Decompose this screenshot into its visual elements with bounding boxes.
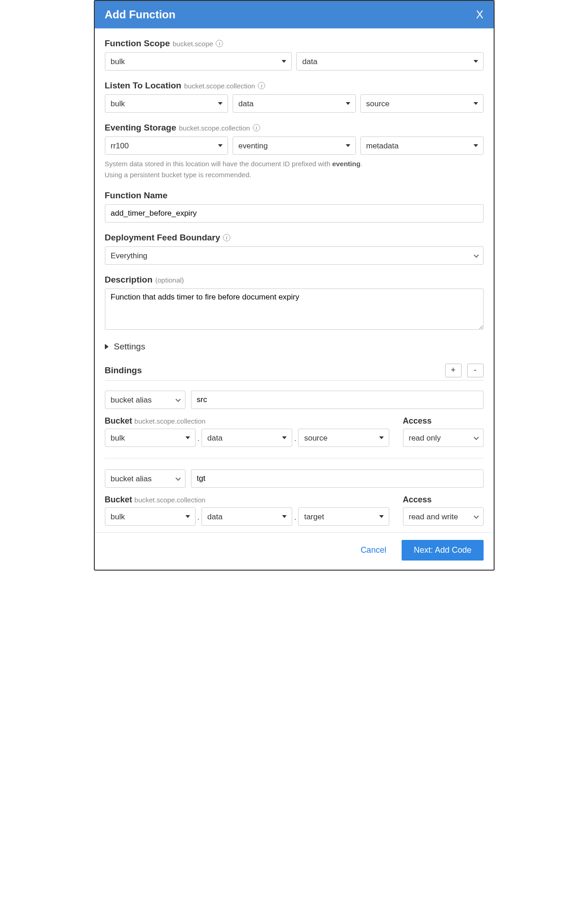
binding-type-select[interactable]: bucket alias [105, 469, 185, 488]
next-add-code-button[interactable]: Next: Add Code [402, 540, 483, 561]
dialog-footer: Cancel Next: Add Code [95, 532, 494, 570]
label-sub: bucket.scope.collection [135, 496, 206, 504]
remove-binding-button[interactable]: - [467, 364, 484, 377]
listen-location-group: Listen To Location bucket.scope.collecti… [105, 81, 484, 113]
info-icon[interactable]: i [216, 40, 223, 47]
dialog-header: Add Function X [95, 1, 494, 28]
binding-row: bucket alias Bucket bucket.scope.collect… [105, 391, 484, 447]
function-name-group: Function Name [105, 191, 484, 223]
binding-bucket-select[interactable]: bulk [105, 507, 196, 526]
binding-bucket-label: Bucket bucket.scope.collection [105, 416, 389, 426]
separator-dot: . [196, 434, 201, 447]
listen-scope-select[interactable]: data [233, 94, 356, 113]
description-label: Description (optional) [105, 275, 484, 285]
binding-scope-select[interactable]: data [201, 507, 292, 526]
caret-right-icon [105, 344, 109, 349]
info-icon[interactable]: i [253, 124, 260, 131]
function-name-label: Function Name [105, 191, 484, 201]
dialog-body: Function Scope bucket.scope i bulk data … [95, 28, 494, 526]
eventing-storage-label: Eventing Storage bucket.scope.collection… [105, 123, 484, 133]
label-sub: (optional) [155, 276, 184, 284]
label-text: Eventing Storage [105, 123, 176, 133]
cancel-button[interactable]: Cancel [358, 545, 389, 555]
scope-scope-select[interactable]: data [296, 52, 484, 71]
binding-type-select[interactable]: bucket alias [105, 391, 185, 409]
deployment-boundary-group: Deployment Feed Boundary i Everything [105, 233, 484, 265]
listen-bucket-select[interactable]: bulk [105, 94, 228, 113]
label-text: Function Name [105, 191, 168, 201]
binding-scope-select[interactable]: data [201, 429, 292, 447]
label-text: Description [105, 275, 153, 285]
binding-access-label: Access [403, 495, 484, 505]
dialog-title: Add Function [105, 8, 176, 21]
hint-text: Using a persistent bucket type is recomm… [105, 171, 251, 179]
storage-scope-select[interactable]: eventing [233, 136, 356, 155]
binding-row: bucket alias Bucket bucket.scope.collect… [105, 469, 484, 526]
description-group: Description (optional) Function that add… [105, 275, 484, 332]
label-sub: bucket.scope [173, 40, 213, 48]
add-binding-button[interactable]: + [445, 364, 462, 377]
binding-alias-input[interactable] [191, 391, 484, 409]
label-sub: bucket.scope.collection [184, 82, 255, 90]
function-scope-group: Function Scope bucket.scope i bulk data [105, 38, 484, 71]
function-name-input[interactable] [105, 204, 484, 223]
description-input[interactable]: Function that adds timer to fire before … [105, 289, 484, 330]
listen-collection-select[interactable]: source [360, 94, 484, 113]
separator-dot: . [196, 512, 201, 526]
binding-bucket-select[interactable]: bulk [105, 429, 196, 447]
binding-alias-input[interactable] [191, 469, 484, 488]
add-function-dialog: Add Function X Function Scope bucket.sco… [94, 0, 495, 571]
hint-text: . [360, 160, 362, 168]
deployment-boundary-label: Deployment Feed Boundary i [105, 233, 484, 243]
binding-bucket-label: Bucket bucket.scope.collection [105, 495, 389, 505]
label-text: Bucket [105, 495, 132, 504]
label-text: Deployment Feed Boundary [105, 233, 220, 243]
function-scope-label: Function Scope bucket.scope i [105, 38, 484, 49]
settings-toggle[interactable]: Settings [105, 342, 484, 352]
binding-access-label: Access [403, 416, 484, 426]
bindings-header: Bindings + - [105, 364, 484, 381]
label-text: Function Scope [105, 38, 170, 49]
scope-bucket-select[interactable]: bulk [105, 52, 292, 71]
listen-location-label: Listen To Location bucket.scope.collecti… [105, 81, 484, 91]
label-sub: bucket.scope.collection [179, 124, 250, 132]
storage-hint: System data stored in this location will… [105, 158, 484, 180]
storage-collection-select[interactable]: metadata [360, 136, 484, 155]
binding-collection-select[interactable]: target [298, 507, 389, 526]
binding-access-select[interactable]: read only [403, 429, 484, 447]
label-text: Bucket [105, 416, 132, 425]
binding-divider [105, 458, 484, 458]
close-icon[interactable]: X [476, 8, 483, 21]
bindings-title: Bindings [105, 365, 142, 376]
hint-text: System data stored in this location will… [105, 160, 332, 168]
info-icon[interactable]: i [223, 234, 230, 241]
info-icon[interactable]: i [258, 82, 265, 89]
hint-strong: eventing [332, 160, 360, 168]
deployment-boundary-select[interactable]: Everything [105, 246, 484, 265]
binding-access-select[interactable]: read and write [403, 507, 484, 526]
label-sub: bucket.scope.collection [135, 417, 206, 425]
storage-bucket-select[interactable]: rr100 [105, 136, 228, 155]
binding-collection-select[interactable]: source [298, 429, 389, 447]
separator-dot: . [292, 512, 298, 526]
eventing-storage-group: Eventing Storage bucket.scope.collection… [105, 123, 484, 180]
settings-label: Settings [114, 342, 146, 352]
label-text: Listen To Location [105, 81, 181, 91]
separator-dot: . [292, 434, 298, 447]
